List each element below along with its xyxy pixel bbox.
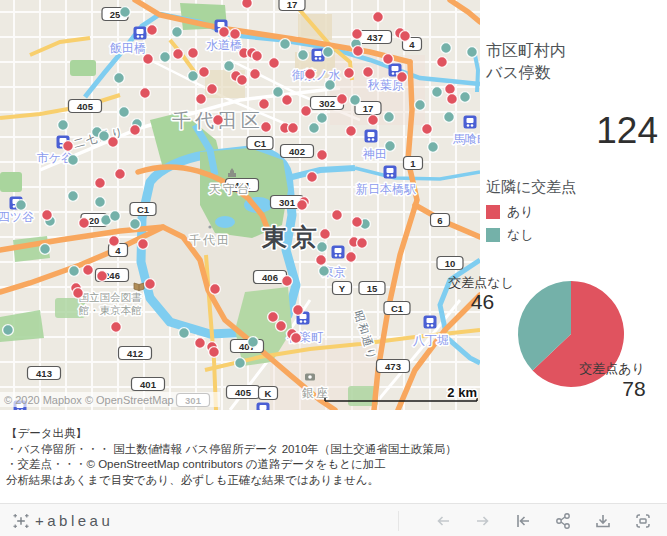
bus-stop-dot-no-crossing[interactable] (160, 52, 171, 63)
bus-stop-dot-with-crossing[interactable] (109, 236, 120, 247)
bus-stop-dot-with-crossing[interactable] (422, 124, 433, 135)
bus-stop-dot-with-crossing[interactable] (259, 99, 270, 110)
bus-stop-dot-with-crossing[interactable] (288, 123, 299, 134)
reset-button[interactable] (513, 511, 533, 531)
bus-stop-dot-with-crossing[interactable] (219, 27, 230, 38)
bus-stop-dot-no-crossing[interactable] (317, 113, 328, 124)
tableau-logo[interactable]: +ableau (12, 512, 113, 530)
bus-stop-dot-no-crossing[interactable] (130, 219, 141, 230)
bus-stop-dot-no-crossing[interactable] (58, 120, 69, 131)
bus-stop-dot-no-crossing[interactable] (309, 123, 320, 134)
bus-stop-dot-no-crossing[interactable] (280, 39, 291, 50)
bus-stop-dot-with-crossing[interactable] (282, 276, 293, 287)
bus-stop-dot-with-crossing[interactable] (73, 288, 84, 299)
legend-item-yes[interactable]: あり (486, 203, 576, 221)
bus-stop-dot-with-crossing[interactable] (199, 67, 210, 78)
bus-stop-dot-no-crossing[interactable] (68, 155, 79, 166)
bus-stop-dot-with-crossing[interactable] (383, 54, 394, 65)
bus-stop-dot-no-crossing[interactable] (350, 95, 361, 106)
bus-stop-dot-with-crossing[interactable] (145, 279, 156, 290)
share-button[interactable] (553, 511, 573, 531)
bus-stop-dot-no-crossing[interactable] (298, 50, 309, 61)
bus-stop-dot-no-crossing[interactable] (325, 80, 336, 91)
bus-stop-dot-with-crossing[interactable] (352, 29, 363, 40)
bus-stop-dot-with-crossing[interactable] (111, 322, 122, 333)
bus-stop-dot-with-crossing[interactable] (269, 58, 280, 69)
bus-stop-dot-with-crossing[interactable] (83, 265, 94, 276)
bus-stop-dot-no-crossing[interactable] (317, 242, 328, 253)
bus-stop-dot-with-crossing[interactable] (332, 210, 343, 221)
bus-stop-dot-with-crossing[interactable] (437, 57, 448, 68)
bus-stop-dot-no-crossing[interactable] (95, 197, 106, 208)
bus-stop-dot-no-crossing[interactable] (444, 112, 455, 123)
bus-stop-dot-with-crossing[interactable] (316, 255, 327, 266)
bus-stop-dot-no-crossing[interactable] (110, 211, 121, 222)
bus-stop-dot-with-crossing[interactable] (97, 271, 108, 282)
bus-stop-dot-with-crossing[interactable] (130, 125, 141, 136)
bus-stop-dot-no-crossing[interactable] (188, 71, 199, 82)
bus-stop-dot-with-crossing[interactable] (188, 48, 199, 59)
bus-stop-dot-with-crossing[interactable] (108, 137, 119, 148)
bus-stop-dot-with-crossing[interactable] (79, 218, 90, 229)
bus-stop-dot-no-crossing[interactable] (235, 358, 246, 369)
bus-stop-dot-with-crossing[interactable] (268, 312, 279, 323)
bus-stop-dot-with-crossing[interactable] (301, 106, 312, 117)
bus-stop-dot-with-crossing[interactable] (276, 321, 287, 332)
bus-stop-dot-with-crossing[interactable] (320, 229, 331, 240)
bus-stop-dot-no-crossing[interactable] (415, 100, 426, 111)
bus-stop-dot-no-crossing[interactable] (323, 47, 334, 58)
bus-stop-dot-with-crossing[interactable] (196, 94, 207, 105)
bus-stop-dot-with-crossing[interactable] (346, 126, 357, 137)
bus-stop-dot-with-crossing[interactable] (252, 51, 263, 62)
download-button[interactable] (593, 511, 613, 531)
redo-button[interactable] (473, 511, 493, 531)
bus-stop-dot-with-crossing[interactable] (230, 29, 241, 40)
bus-stop-dot-with-crossing[interactable] (237, 75, 248, 86)
bus-stop-dot-no-crossing[interactable] (384, 112, 395, 123)
bus-stop-dot-with-crossing[interactable] (210, 284, 221, 295)
bus-stop-dot-with-crossing[interactable] (368, 115, 379, 126)
bus-stop-dot-with-crossing[interactable] (447, 94, 458, 105)
bus-stop-dot-with-crossing[interactable] (357, 238, 368, 249)
bus-stop-dot-with-crossing[interactable] (209, 347, 220, 358)
bus-stop-dot-with-crossing[interactable] (250, 69, 261, 80)
bus-stop-dot-no-crossing[interactable] (273, 87, 284, 98)
bus-stop-dot-with-crossing[interactable] (147, 25, 158, 36)
bus-stop-dot-no-crossing[interactable] (441, 43, 452, 54)
bus-stop-dot-with-crossing[interactable] (293, 305, 304, 316)
bus-stop-dot-no-crossing[interactable] (248, 337, 259, 348)
bus-stop-dot-with-crossing[interactable] (261, 122, 272, 133)
bus-stop-dot-with-crossing[interactable] (42, 210, 53, 221)
bus-stop-dot-with-crossing[interactable] (400, 31, 411, 42)
bus-stop-dot-no-crossing[interactable] (40, 244, 51, 255)
bus-stop-dot-with-crossing[interactable] (353, 46, 364, 57)
bus-stop-dot-with-crossing[interactable] (140, 88, 151, 99)
bus-stop-dot-with-crossing[interactable] (363, 67, 374, 78)
map-view[interactable]: 2517437440530217C14021401301C12064246406… (0, 0, 480, 410)
bus-stop-dot-with-crossing[interactable] (352, 217, 363, 228)
bus-stop-dot-no-crossing[interactable] (114, 73, 125, 84)
bus-stop-dot-with-crossing[interactable] (63, 141, 74, 152)
bus-stop-dot-no-crossing[interactable] (467, 47, 478, 58)
bus-stop-dot-no-crossing[interactable] (224, 61, 235, 72)
bus-stop-dot-no-crossing[interactable] (120, 7, 131, 18)
bus-stop-dot-with-crossing[interactable] (115, 169, 126, 180)
bus-stop-dot-with-crossing[interactable] (143, 54, 154, 65)
bus-stop-dot-no-crossing[interactable] (3, 325, 14, 336)
bus-stop-dot-with-crossing[interactable] (337, 94, 348, 105)
bus-stop-dot-with-crossing[interactable] (344, 68, 355, 79)
bus-stop-dot-no-crossing[interactable] (69, 266, 80, 277)
bus-stop-dot-no-crossing[interactable] (319, 266, 330, 277)
bus-stop-dot-with-crossing[interactable] (373, 12, 384, 23)
bus-stop-dot-with-crossing[interactable] (195, 338, 206, 349)
bus-stop-dot-no-crossing[interactable] (119, 107, 130, 118)
bus-stop-dot-no-crossing[interactable] (385, 141, 396, 152)
bus-stop-dot-with-crossing[interactable] (242, 0, 253, 8)
bus-stop-dot-with-crossing[interactable] (307, 172, 318, 183)
bus-stop-dot-with-crossing[interactable] (213, 115, 224, 126)
bus-stop-dot-with-crossing[interactable] (346, 252, 357, 263)
undo-button[interactable] (433, 511, 453, 531)
bus-stop-dot-no-crossing[interactable] (432, 87, 443, 98)
bus-stop-dot-with-crossing[interactable] (297, 200, 308, 211)
bus-stop-dot-with-crossing[interactable] (317, 150, 328, 161)
